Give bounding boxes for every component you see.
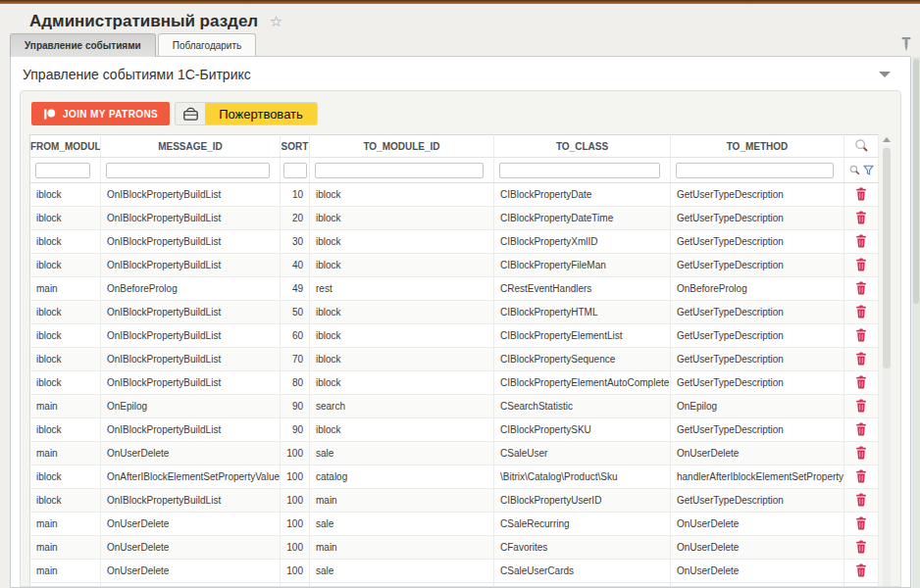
table-row[interactable]: iblock OnIBlockPropertyBuildList 60 iblo… xyxy=(30,324,879,348)
table-row[interactable]: iblock OnIBlockPropertyBuildList 20 iblo… xyxy=(30,207,879,230)
trash-icon[interactable] xyxy=(855,446,867,460)
filter-icon[interactable] xyxy=(863,165,874,175)
pin-icon[interactable] xyxy=(898,35,914,53)
cell-sort: 70 xyxy=(281,348,310,371)
cell-from-module-id: iblock xyxy=(30,371,101,395)
cell-to-class: CIBlockPropertyElementAutoComplete xyxy=(494,371,671,395)
col-to-class: TO_CLASS xyxy=(494,135,671,158)
table-row[interactable]: iblock OnIBlockPropertyBuildList 30 iblo… xyxy=(30,230,879,254)
cell-to-module-id: iblock xyxy=(310,254,494,277)
cell-to-module-id: sale xyxy=(310,513,494,536)
trash-icon[interactable] xyxy=(855,375,867,389)
cell-to-class: CIBlockPropertyDate xyxy=(494,183,671,207)
window-scrollbar[interactable] xyxy=(912,57,920,588)
cell-to-class: CRestEventHandlers xyxy=(494,277,671,301)
cell-from-module-id: main xyxy=(30,536,101,560)
cell-from-module-id: iblock xyxy=(30,489,101,513)
filter-input-to-module-id[interactable] xyxy=(315,163,484,178)
trash-icon[interactable] xyxy=(855,258,867,271)
filter-input-from-module-id[interactable] xyxy=(35,163,90,178)
table-row[interactable]: main OnUserDelete 100 sale CSaleRecurrin… xyxy=(30,513,879,536)
table-row[interactable] xyxy=(30,583,879,588)
table-row[interactable]: iblock OnIBlockPropertyBuildList 10 iblo… xyxy=(30,183,879,207)
table-row[interactable]: iblock OnIBlockPropertyBuildList 70 iblo… xyxy=(30,348,879,371)
cell-message-id: OnUserDelete xyxy=(101,442,281,466)
trash-icon[interactable] xyxy=(855,399,867,413)
cell-to-class: CSaleRecurring xyxy=(494,513,671,536)
cell-sort: 30 xyxy=(281,230,310,254)
trash-icon[interactable] xyxy=(855,540,867,554)
cell-to-class: CSaleUserCards xyxy=(494,560,671,583)
cell-to-module-id: iblock xyxy=(310,418,494,442)
filter-input-to-method[interactable] xyxy=(676,163,834,178)
table-row[interactable]: main OnEpilog 90 search CSearchStatistic… xyxy=(30,395,879,418)
cell-sort: 80 xyxy=(281,371,310,395)
cell-message-id: OnUserDelete xyxy=(101,513,281,536)
trash-icon[interactable] xyxy=(855,211,867,224)
cell-from-module-id: iblock xyxy=(30,183,101,207)
trash-icon[interactable] xyxy=(855,422,867,436)
table-row[interactable]: main OnUserDelete 100 sale CSaleUser OnU… xyxy=(30,442,879,466)
filter-row xyxy=(30,158,879,183)
table-row[interactable]: iblock OnIBlockPropertyBuildList 80 iblo… xyxy=(30,371,879,395)
table-row[interactable]: iblock OnIBlockPropertyBuildList 40 iblo… xyxy=(30,254,879,277)
trash-icon[interactable] xyxy=(855,493,867,507)
patreon-label: JOIN MY PATRONS xyxy=(63,109,158,120)
cell-message-id: OnAfterIBlockElementSetPropertyValuesEx xyxy=(101,466,281,489)
trash-icon[interactable] xyxy=(855,187,867,201)
scroll-up-icon[interactable] xyxy=(883,137,891,142)
table-row[interactable]: iblock OnIBlockPropertyBuildList 100 mai… xyxy=(30,489,879,513)
trash-icon[interactable] xyxy=(855,516,867,530)
chevron-down-icon[interactable] xyxy=(879,72,891,77)
filter-input-message-id[interactable] xyxy=(106,163,270,178)
cell-from-module-id: iblock xyxy=(30,348,101,371)
search-icon[interactable] xyxy=(854,138,869,153)
cell-sort: 90 xyxy=(281,395,310,418)
scrollbar-track[interactable] xyxy=(883,146,891,587)
filter-input-sort[interactable] xyxy=(283,163,307,178)
col-from-module-id: FROM_MODULE_ID xyxy=(30,135,101,158)
table-scrollbar[interactable] xyxy=(882,134,892,587)
table-row[interactable]: iblock OnIBlockPropertyBuildList 90 iblo… xyxy=(30,418,879,442)
trash-icon[interactable] xyxy=(855,352,867,366)
table-row[interactable]: iblock OnIBlockPropertyBuildList 50 iblo… xyxy=(30,301,879,324)
trash-icon[interactable] xyxy=(855,234,867,248)
cell-sort: 40 xyxy=(281,254,310,277)
tab-thanks[interactable]: Поблагодарить xyxy=(158,33,257,57)
filter-input-to-class[interactable] xyxy=(499,163,660,178)
join-patrons-button[interactable]: JOIN MY PATRONS xyxy=(31,102,170,125)
cell-to-module-id: rest xyxy=(310,277,494,301)
cell-sort: 90 xyxy=(281,418,310,442)
table-row[interactable]: main OnBeforeProlog 49 rest CRestEventHa… xyxy=(30,277,879,301)
tab-event-management[interactable]: Управление событиями xyxy=(10,33,156,57)
cell-sort: 10 xyxy=(281,183,310,207)
search-icon[interactable] xyxy=(849,165,860,175)
table-row[interactable]: iblock OnAfterIBlockElementSetPropertyVa… xyxy=(30,466,879,489)
cell-message-id: OnUserDelete xyxy=(101,560,281,583)
table-row[interactable]: main OnUserDelete 100 main CFavorites On… xyxy=(30,536,879,560)
trash-icon[interactable] xyxy=(855,328,867,342)
patreon-icon xyxy=(43,108,56,121)
window-scrollbar-thumb[interactable] xyxy=(913,59,919,304)
cell-message-id: OnIBlockPropertyBuildList xyxy=(101,230,281,254)
cell-to-module-id: iblock xyxy=(310,301,494,324)
cell-to-method: OnUserDelete xyxy=(671,513,844,536)
cell-sort: 100 xyxy=(281,466,310,489)
cell-to-module-id: search xyxy=(310,395,494,418)
cell-to-method: GetUserTypeDescription xyxy=(671,418,844,442)
cell-sort: 50 xyxy=(281,301,310,324)
scrollbar-thumb[interactable] xyxy=(883,148,891,368)
cell-to-class: CIBlockPropertyDateTime xyxy=(494,207,671,230)
cell-sort: 100 xyxy=(281,489,310,513)
content-panel: Управление событиями 1С-Битрикс JOIN MY … xyxy=(10,56,911,588)
table-row[interactable]: main OnUserDelete 100 sale CSaleUserCard… xyxy=(30,560,879,583)
trash-icon[interactable] xyxy=(855,564,867,577)
trash-icon[interactable] xyxy=(855,469,867,483)
star-icon[interactable]: ☆ xyxy=(270,13,282,30)
cell-sort: 49 xyxy=(281,277,310,301)
donate-button[interactable]: Пожертвовать xyxy=(175,102,318,125)
trash-icon[interactable] xyxy=(855,305,867,318)
grid-area: FROM_MODULE_ID MESSAGE_ID SORT TO_MODULE… xyxy=(29,134,892,587)
trash-icon[interactable] xyxy=(855,281,867,295)
cell-to-class xyxy=(494,583,671,588)
